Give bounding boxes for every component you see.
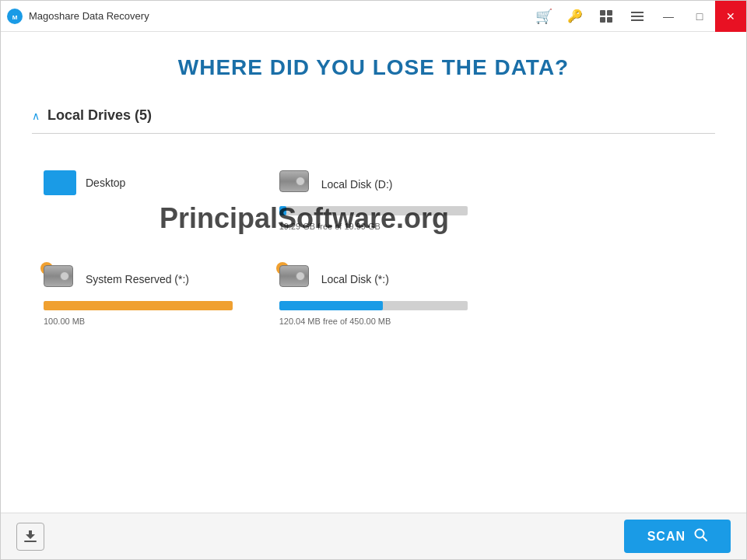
drive-item-header-reserved: − System Reserved (*:) [44,265,233,293]
drives-grid: Desktop Local Disk (D:) 19.29 GB free of… [32,153,715,343]
minimize-button[interactable]: — [653,1,684,32]
svg-line-12 [703,537,707,541]
svg-rect-7 [631,16,644,17]
drive-item-header-star: − Local Disk (*:) [279,265,468,293]
app-icon: M [7,9,23,24]
titlebar-controls: 🛒 🔑 — □ ✕ [528,1,746,32]
drive-label-desktop: Desktop [86,177,125,189]
download-button[interactable] [16,523,44,551]
scan-icon [693,527,707,545]
drive-bar-reserved [44,301,233,310]
hdd-icon-reserved: − [44,265,76,293]
menu-button[interactable] [622,1,653,32]
drive-label-reserved: System Reserved (*:) [86,273,189,285]
drive-item-system-reserved[interactable]: − System Reserved (*:) 100.00 MB [32,256,244,335]
local-drives-section-header: ∧ Local Drives (5) [32,107,715,134]
main-content: WHERE DID YOU LOSE THE DATA? ∧ Local Dri… [1,32,746,514]
grid-spacer-1 [503,161,715,240]
hdd-icon-d [279,170,312,198]
key-button[interactable]: 🔑 [559,1,591,32]
drive-size-star: 120.04 MB free of 450.00 MB [279,317,468,326]
drive-size-d: 19.29 GB free of 19.99 GB [279,222,468,231]
svg-text:M: M [12,14,18,21]
titlebar: M Magoshare Data Recovery 🛒 🔑 — □ ✕ [1,1,746,32]
svg-rect-3 [607,10,612,16]
app-title: Magoshare Data Recovery [29,10,149,22]
drive-item-header-d: Local Disk (D:) [279,170,468,198]
drive-bar-fill-reserved [44,301,233,310]
svg-rect-9 [24,541,37,542]
svg-rect-6 [631,12,644,13]
drive-item-header-desktop: Desktop [44,170,233,195]
drive-bar-fill-d [279,206,287,215]
svg-rect-8 [631,19,644,21]
section-toggle[interactable]: ∧ [32,110,40,122]
drive-item-desktop[interactable]: Desktop [32,161,244,240]
svg-marker-10 [26,530,35,539]
hdd-icon-star: − [279,265,312,293]
drive-item-local-disk-d[interactable]: Local Disk (D:) 19.29 GB free of 19.99 G… [268,161,480,240]
scan-button[interactable]: SCAN [624,520,731,553]
maximize-button[interactable]: □ [684,1,715,32]
svg-rect-4 [600,17,605,23]
scan-label: SCAN [647,530,686,544]
svg-rect-2 [600,10,605,16]
titlebar-left: M Magoshare Data Recovery [7,9,149,24]
drive-item-local-disk-star[interactable]: − Local Disk (*:) 120.04 MB free of 450.… [268,256,480,335]
drive-label-d: Local Disk (D:) [321,178,393,191]
drive-size-reserved: 100.00 MB [44,317,233,326]
bottom-bar: SCAN [1,513,746,559]
page-title: WHERE DID YOU LOSE THE DATA? [32,55,715,80]
drive-label-star: Local Disk (*:) [321,273,389,285]
desktop-icon [44,170,76,195]
layout-button[interactable] [591,1,622,32]
close-button[interactable]: ✕ [715,1,746,32]
section-title: Local Drives (5) [47,107,152,124]
cart-button[interactable]: 🛒 [528,1,559,32]
drive-bar-star [279,301,468,310]
drive-bar-fill-star [279,301,383,310]
svg-rect-5 [607,17,612,23]
drive-bar-d [279,206,468,215]
